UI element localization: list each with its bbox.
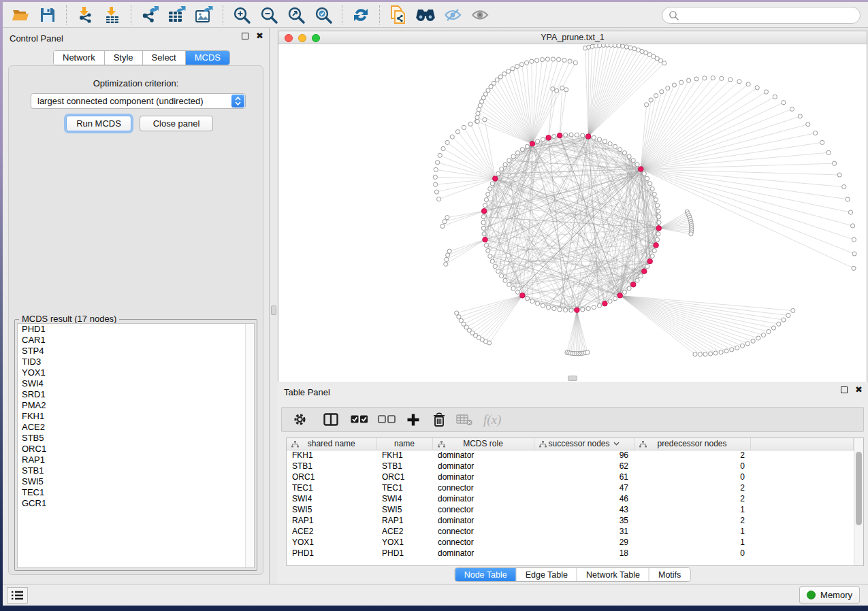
- mcds-result-node[interactable]: RAP1: [18, 455, 254, 465]
- close-panel-icon[interactable]: ✖: [256, 33, 263, 39]
- mcds-result-node[interactable]: TID3: [18, 357, 254, 367]
- memory-label: Memory: [820, 590, 852, 600]
- export-image-icon[interactable]: [191, 4, 218, 26]
- close-panel-button[interactable]: Close panel: [140, 116, 213, 131]
- mcds-result-node[interactable]: TEC1: [18, 487, 254, 498]
- network-search-field[interactable]: [662, 7, 861, 24]
- table-row[interactable]: SWI4SWI4dominator462: [287, 493, 853, 504]
- column-header-name[interactable]: name: [376, 438, 432, 450]
- mcds-result-node[interactable]: GCR1: [18, 498, 254, 509]
- tab-select[interactable]: Select: [143, 51, 186, 65]
- control-panel-title: Control Panel: [10, 33, 63, 44]
- tab-mcds[interactable]: MCDS: [186, 51, 229, 65]
- import-network-icon[interactable]: [71, 4, 99, 26]
- mcds-result-node[interactable]: YOX1: [18, 367, 254, 378]
- attribute-type-icon: [291, 441, 299, 448]
- find-icon[interactable]: [412, 4, 439, 26]
- toolbar-separator: [66, 5, 67, 24]
- table-row[interactable]: STB1STB1dominator620: [287, 461, 853, 472]
- task-history-button[interactable]: [7, 587, 28, 604]
- tab-style[interactable]: Style: [105, 51, 143, 65]
- delete-column-icon[interactable]: [432, 412, 446, 427]
- open-session-icon[interactable]: [7, 4, 34, 26]
- network-canvas[interactable]: [278, 44, 867, 382]
- list-scrollbar[interactable]: [245, 324, 254, 567]
- mcds-result-node[interactable]: FKH1: [18, 411, 254, 422]
- export-table-icon[interactable]: [163, 4, 191, 26]
- show-columns-icon[interactable]: [323, 413, 338, 426]
- table-panel-title: Table Panel: [284, 387, 330, 397]
- float-panel-icon[interactable]: [841, 386, 848, 393]
- mcds-result-node[interactable]: PHD1: [18, 324, 254, 335]
- main-toolbar: [3, 2, 868, 28]
- control-panel: Control Panel ✖ NetworkStyleSelectMCDS O…: [3, 28, 269, 584]
- optimization-criterion-select[interactable]: largest connected component (undirected): [31, 93, 246, 109]
- toolbar-separator: [223, 5, 223, 24]
- mcds-result-node[interactable]: CAR1: [18, 335, 254, 346]
- clone-network-icon[interactable]: [385, 4, 412, 26]
- svg-text:f(x): f(x): [483, 412, 501, 427]
- export-network-icon[interactable]: [136, 4, 163, 26]
- zoom-fit-icon[interactable]: [283, 4, 310, 26]
- table-scrollbar[interactable]: [854, 438, 863, 565]
- tab-motifs[interactable]: Motifs: [649, 568, 690, 581]
- mcds-result-node[interactable]: STB5: [18, 433, 254, 444]
- zoom-selected-icon[interactable]: [310, 4, 337, 26]
- float-panel-icon[interactable]: [242, 33, 248, 39]
- table-row[interactable]: ORC1ORC1dominator610: [287, 472, 853, 482]
- network-window: YPA_prune.txt_1: [278, 31, 867, 382]
- table-settings-gear-icon[interactable]: [293, 412, 307, 427]
- column-header-successor-nodes[interactable]: successor nodes: [534, 438, 634, 450]
- table-row[interactable]: ACE2ACE2connector311: [287, 526, 853, 537]
- mcds-result-node[interactable]: STP4: [18, 346, 254, 357]
- mcds-result-title: MCDS result (17 nodes): [19, 314, 119, 324]
- close-panel-icon[interactable]: ✖: [855, 386, 863, 393]
- mcds-result-list[interactable]: PHD1CAR1STP4TID3YOX1SWI4SRD1PMA2FKH1ACE2…: [17, 323, 255, 568]
- mcds-result-node[interactable]: ACE2: [18, 422, 254, 433]
- optimization-criterion-label: Optimization criterion:: [9, 78, 263, 88]
- table-row[interactable]: FKH1FKH1dominator962: [287, 450, 853, 461]
- memory-button[interactable]: Memory: [799, 587, 860, 604]
- hide-selected-icon[interactable]: [439, 4, 466, 26]
- save-session-icon[interactable]: [34, 4, 61, 26]
- mcds-result-node[interactable]: PMA2: [18, 400, 254, 411]
- horizontal-splitter-handle[interactable]: [568, 376, 577, 381]
- mcds-result-node[interactable]: SWI4: [18, 378, 254, 389]
- select-all-icon[interactable]: [351, 415, 368, 424]
- tab-network-table[interactable]: Network Table: [577, 568, 649, 581]
- table-row[interactable]: YOX1YOX1connector291: [287, 537, 853, 548]
- network-window-title: YPA_prune.txt_1: [278, 33, 867, 42]
- run-mcds-button[interactable]: Run MCDS: [66, 116, 131, 131]
- column-header-predecessor-nodes[interactable]: predecessor nodes: [634, 438, 750, 450]
- splitter-handle[interactable]: [271, 306, 276, 315]
- column-header-MCDS-role[interactable]: MCDS role: [432, 438, 534, 450]
- network-window-titlebar[interactable]: YPA_prune.txt_1: [278, 31, 867, 44]
- tab-network[interactable]: Network: [54, 51, 105, 65]
- network-graph[interactable]: [278, 44, 867, 382]
- vertical-splitter[interactable]: [269, 28, 277, 584]
- search-icon: [669, 10, 679, 21]
- show-all-icon[interactable]: [466, 4, 494, 26]
- tab-node-table[interactable]: Node Table: [455, 568, 517, 581]
- zoom-in-icon[interactable]: [228, 4, 255, 26]
- create-column-icon[interactable]: [406, 413, 420, 427]
- import-table-icon[interactable]: [99, 4, 126, 26]
- table-row[interactable]: SWI5SWI5connector431: [287, 504, 853, 515]
- column-header-shared-name[interactable]: shared name: [287, 438, 376, 450]
- search-input[interactable]: [679, 10, 860, 20]
- mcds-result-node[interactable]: ORC1: [18, 444, 254, 455]
- app-window: Control Panel ✖ NetworkStyleSelectMCDS O…: [3, 2, 868, 606]
- table-row[interactable]: RAP1RAP1dominator352: [287, 515, 853, 526]
- table-scrollbar-thumb[interactable]: [856, 452, 862, 525]
- tab-edge-table[interactable]: Edge Table: [517, 568, 577, 581]
- table-row[interactable]: PHD1PHD1dominator180: [287, 548, 853, 559]
- zoom-out-icon[interactable]: [255, 4, 283, 26]
- refresh-layout-icon[interactable]: [347, 4, 374, 26]
- mcds-result-node[interactable]: SWI5: [18, 476, 254, 487]
- mcds-result-node[interactable]: SRD1: [18, 389, 254, 400]
- control-panel-header: Control Panel ✖: [3, 28, 269, 48]
- table-row[interactable]: TEC1TEC1connector472: [287, 482, 853, 493]
- deselect-all-icon[interactable]: [378, 415, 396, 424]
- mcds-result-node[interactable]: STB1: [18, 465, 254, 476]
- mcds-result-group: MCDS result (17 nodes) PHD1CAR1STP4TID3Y…: [14, 319, 257, 571]
